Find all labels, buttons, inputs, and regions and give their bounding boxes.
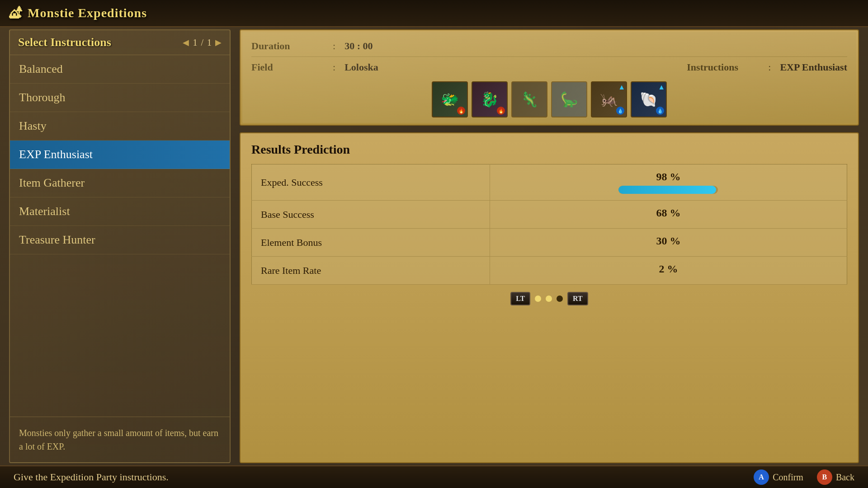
instruction-item-materialist[interactable]: Materialist — [10, 197, 230, 226]
header-icon: 🏕 — [9, 6, 22, 21]
description-box: Monsties only gather a small amount of i… — [10, 417, 230, 462]
table-row-exped-success: Exped. Success 98 % — [252, 164, 847, 201]
monster-icon-inner-3: 🦎 — [512, 82, 547, 117]
element-badge-fire-1: 🔥 — [457, 107, 465, 115]
left-panel: Select Instructions ◀ 1 / 1 ▶ Balanced T… — [9, 29, 231, 463]
panel-title: Select Instructions — [18, 36, 111, 49]
monster-icons: 🐲 🔥 🐉 🔥 🦎 🦕 🦗 💧 ▲ — [251, 81, 847, 117]
element-bonus-value: 30 % — [490, 229, 847, 257]
panel-header: Select Instructions ◀ 1 / 1 ▶ — [10, 30, 230, 55]
field-label: Field — [251, 61, 324, 73]
table-row-base-success: Base Success 68 % — [252, 201, 847, 229]
header-title: 🏕 Monstie Expeditions — [9, 6, 147, 21]
exped-success-label: Exped. Success — [252, 164, 490, 201]
confirm-label: Confirm — [773, 472, 803, 483]
monster-icon-6: 🐚 💧 ▲ — [631, 81, 667, 117]
results-title: Results Prediction — [251, 142, 847, 157]
instruction-item-exp-enthusiast[interactable]: EXP Enthusiast — [10, 141, 230, 169]
back-label: Back — [836, 472, 854, 483]
rare-item-rate-label: Rare Item Rate — [252, 257, 490, 285]
element-badge-water-5: 💧 — [616, 107, 624, 115]
page-current: 1 — [193, 38, 197, 48]
pagination: ◀ 1 / 1 ▶ — [183, 38, 222, 48]
results-panel: Results Prediction Exped. Success 98 % B… — [240, 132, 859, 463]
rt-button[interactable]: RT — [567, 292, 588, 305]
element-badge-water-6: 💧 — [656, 107, 664, 115]
page-separator: / — [201, 38, 203, 48]
instruction-item-thorough[interactable]: Thorough — [10, 84, 230, 112]
duration-value: 30 : 00 — [344, 40, 373, 52]
up-arrow-6: ▲ — [658, 83, 665, 91]
right-area: Duration : 30 : 00 Field : Loloska Instr… — [240, 29, 859, 463]
prev-page-arrow[interactable]: ◀ — [183, 38, 189, 47]
table-row-rare-item-rate: Rare Item Rate 2 % — [252, 257, 847, 285]
field-row: Field : Loloska — [251, 59, 378, 76]
next-page-arrow[interactable]: ▶ — [215, 38, 222, 47]
table-row-element-bonus: Element Bonus 30 % — [252, 229, 847, 257]
a-button-circle: A — [754, 469, 769, 485]
info-divider-1 — [251, 56, 847, 57]
confirm-button[interactable]: A Confirm — [754, 469, 803, 485]
monster-icon-4: 🦕 — [551, 81, 587, 117]
instruction-list: Balanced Thorough Hasty EXP Enthusiast I… — [10, 55, 230, 417]
exped-success-value: 98 % — [490, 164, 847, 201]
instructions-colon: : — [768, 61, 771, 73]
monster-icon-1: 🐲 🔥 — [432, 81, 468, 117]
description-text: Monsties only gather a small amount of i… — [19, 428, 218, 451]
up-arrow-5: ▲ — [618, 83, 625, 91]
status-bar: Give the Expedition Party instructions. … — [0, 465, 868, 488]
duration-row: Duration : 30 : 00 — [251, 38, 373, 55]
dot-2 — [546, 296, 552, 302]
field-value: Loloska — [344, 61, 378, 73]
instruction-item-treasure-hunter[interactable]: Treasure Hunter — [10, 226, 230, 254]
duration-colon: : — [333, 40, 335, 52]
rare-item-rate-value: 2 % — [490, 257, 847, 285]
lt-button[interactable]: LT — [510, 292, 530, 305]
base-success-label: Base Success — [252, 201, 490, 229]
progress-bar-container — [618, 186, 718, 194]
instruction-item-balanced[interactable]: Balanced — [10, 55, 230, 84]
b-button-circle: B — [817, 469, 832, 485]
element-badge-fire-2: 🔥 — [497, 107, 505, 115]
dot-3 — [557, 296, 563, 302]
base-success-value: 68 % — [490, 201, 847, 229]
progress-bar-fill — [618, 186, 716, 194]
duration-label: Duration — [251, 40, 324, 52]
field-colon: : — [333, 61, 335, 73]
info-panel: Duration : 30 : 00 Field : Loloska Instr… — [240, 29, 859, 126]
instruction-item-hasty[interactable]: Hasty — [10, 112, 230, 141]
header-bar: 🏕 Monstie Expeditions — [0, 0, 868, 27]
element-bonus-label: Element Bonus — [252, 229, 490, 257]
status-message: Give the Expedition Party instructions. — [14, 471, 169, 483]
instructions-row: Instructions : EXP Enthusiast — [687, 59, 847, 76]
monster-icon-inner-4: 🦕 — [552, 82, 586, 117]
status-buttons: A Confirm B Back — [754, 469, 854, 485]
page-total: 1 — [207, 38, 212, 48]
dot-1 — [535, 296, 541, 302]
info-top-row: Duration : 30 : 00 — [251, 38, 847, 55]
monster-icon-5: 🦗 💧 ▲ — [591, 81, 627, 117]
back-button[interactable]: B Back — [817, 469, 854, 485]
results-table: Exped. Success 98 % Base Success 68 % — [251, 164, 847, 285]
instructions-value: EXP Enthusiast — [780, 61, 847, 73]
page-navigation: LT RT — [251, 292, 847, 305]
instructions-label: Instructions — [687, 61, 759, 73]
monster-icon-3: 🦎 — [511, 81, 547, 117]
monster-icon-2: 🐉 🔥 — [472, 81, 508, 117]
instruction-item-item-gatherer[interactable]: Item Gatherer — [10, 169, 230, 197]
